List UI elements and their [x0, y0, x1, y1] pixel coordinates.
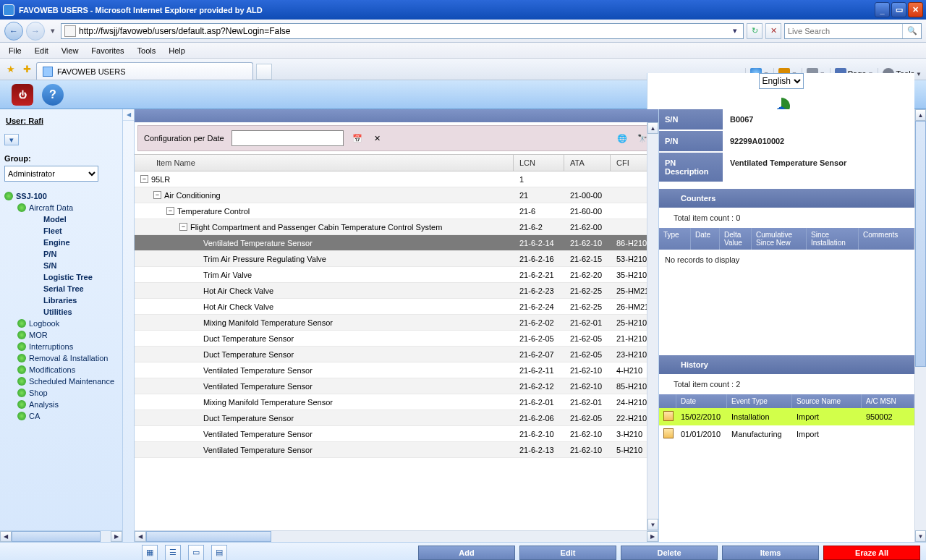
scroll-right-icon[interactable]: ▶: [647, 531, 658, 542]
sidebar-item-ca[interactable]: CA: [17, 410, 118, 422]
col-ata[interactable]: ATA: [564, 155, 611, 171]
config-date-input[interactable]: [232, 130, 344, 146]
table-row[interactable]: Duct Temperature Sensor21-6-2-0721-62-05…: [135, 347, 658, 362]
history-col-source[interactable]: Source Name: [792, 394, 862, 408]
scroll-right-icon[interactable]: ▶: [111, 531, 122, 542]
forward-button[interactable]: →: [26, 22, 45, 41]
sidebar-item-libraries[interactable]: Libraries: [30, 294, 118, 306]
counters-col-date[interactable]: Date: [691, 228, 720, 250]
scroll-down-icon[interactable]: ▼: [915, 530, 926, 542]
view-mode-2[interactable]: ☰: [165, 545, 181, 561]
scroll-left-icon[interactable]: ◀: [135, 531, 146, 542]
sidebar-item-shop[interactable]: Shop: [17, 387, 118, 399]
counters-col-since[interactable]: Since Installation: [807, 228, 859, 250]
counters-col-comments[interactable]: Comments: [859, 228, 914, 250]
scroll-thumb[interactable]: [12, 531, 101, 542]
table-row[interactable]: −Air Conditioning2121-00-00: [135, 187, 658, 203]
table-row[interactable]: Hot Air Check Valve21-6-2-2321-62-2525-H…: [135, 283, 658, 299]
sidebar-collapse-toggle[interactable]: ▾: [4, 134, 19, 145]
history-col-msn[interactable]: A/C MSN: [862, 394, 914, 408]
close-button[interactable]: ✕: [908, 2, 923, 17]
address-bar[interactable]: ▾: [61, 23, 744, 39]
col-lcn[interactable]: LCN: [514, 155, 564, 171]
clear-icon[interactable]: ✕: [371, 132, 384, 145]
counters-col-type[interactable]: Type: [659, 228, 691, 250]
history-row[interactable]: 15/02/2010InstallationImport950002: [659, 408, 914, 425]
table-row[interactable]: Trim Air Valve21-6-2-2121-62-2035-H210: [135, 267, 658, 283]
scroll-up-icon[interactable]: ▲: [647, 122, 658, 134]
add-button[interactable]: Add: [418, 546, 515, 560]
right-vscroll[interactable]: ▲ ▼: [914, 109, 926, 542]
expander-icon[interactable]: −: [153, 191, 161, 199]
delete-button[interactable]: Delete: [621, 546, 718, 560]
history-dropdown[interactable]: ▾: [48, 22, 58, 41]
edit-button[interactable]: Edit: [519, 546, 616, 560]
maximize-button[interactable]: ▭: [891, 2, 906, 17]
expander-icon[interactable]: −: [140, 175, 148, 183]
language-select[interactable]: English: [759, 73, 804, 89]
panel-collapser[interactable]: ◀: [123, 109, 135, 542]
table-row[interactable]: Hot Air Check Valve21-6-2-2421-62-2526-H…: [135, 299, 658, 315]
sidebar-item-modifications[interactable]: Modifications: [17, 364, 118, 376]
new-tab-button[interactable]: [256, 64, 272, 80]
counters-col-delta[interactable]: Delta Value: [720, 228, 752, 250]
url-dropdown[interactable]: ▾: [730, 26, 740, 35]
url-input[interactable]: [79, 25, 727, 38]
table-row[interactable]: Ventilated Temperature Sensor21-6-2-1221…: [135, 378, 658, 394]
sidebar-item-mor[interactable]: MOR: [17, 329, 118, 341]
tools-dropdown[interactable]: ▼: [916, 71, 922, 77]
edit-row-icon[interactable]: [663, 411, 674, 421]
view-mode-4[interactable]: ▤: [211, 545, 227, 561]
table-row[interactable]: Ventilated Temperature Sensor21-6-2-1321…: [135, 442, 658, 458]
table-row[interactable]: Mixing Manifold Temperature Sensor21-6-2…: [135, 394, 658, 410]
sidebar-item-engine[interactable]: Engine: [30, 237, 118, 248]
table-row[interactable]: Duct Temperature Sensor21-6-2-0621-62-05…: [135, 410, 658, 426]
history-col-date[interactable]: Date: [676, 394, 727, 408]
table-row[interactable]: Trim Air Pressure Regulating Valve21-6-2…: [135, 251, 658, 267]
counters-col-cum[interactable]: Cumulative Since New: [752, 228, 807, 250]
table-row[interactable]: −95LR1: [135, 171, 658, 187]
search-box[interactable]: 🔍: [784, 23, 922, 39]
menu-edit[interactable]: Edit: [29, 45, 54, 56]
view-mode-1[interactable]: ▦: [142, 545, 158, 561]
sidebar-item-logistic-tree[interactable]: Logistic Tree: [30, 271, 118, 283]
sidebar-item-fleet[interactable]: Fleet: [30, 225, 118, 237]
edit-row-icon[interactable]: [663, 428, 674, 438]
table-row[interactable]: −Temperature Control21-621-60-00: [135, 203, 658, 219]
menu-help[interactable]: Help: [163, 45, 191, 56]
sidebar-item-logbook[interactable]: Logbook: [17, 318, 118, 329]
sidebar-hscroll[interactable]: ◀ ▶: [0, 530, 122, 542]
group-select[interactable]: Administrator: [4, 166, 98, 182]
table-row[interactable]: −Flight Compartment and Passenger Cabin …: [135, 219, 658, 235]
tree-aircraft-data[interactable]: Aircraft Data: [17, 202, 118, 213]
history-col-event[interactable]: Event Type: [727, 394, 792, 408]
refresh-button[interactable]: ↻: [747, 23, 763, 39]
scroll-thumb[interactable]: [915, 121, 926, 367]
table-row[interactable]: Ventilated Temperature Sensor21-6-2-1021…: [135, 426, 658, 442]
table-row[interactable]: Mixing Manifold Temperature Sensor21-6-2…: [135, 315, 658, 331]
menu-file[interactable]: File: [3, 45, 27, 56]
scroll-down-icon[interactable]: ▼: [647, 519, 658, 530]
eraze-all-button[interactable]: Eraze All: [823, 546, 920, 560]
back-button[interactable]: ←: [4, 22, 23, 41]
sidebar-item-removal-installation[interactable]: Removal & Installation: [17, 352, 118, 364]
table-row[interactable]: Duct Temperature Sensor21-6-2-0521-62-05…: [135, 331, 658, 347]
sidebar-item-analysis[interactable]: Analysis: [17, 399, 118, 410]
menu-favorites[interactable]: Favorites: [85, 45, 129, 56]
add-favorite-icon[interactable]: ✚: [20, 63, 33, 76]
scroll-up-icon[interactable]: ▲: [915, 109, 926, 121]
col-item[interactable]: Item Name: [135, 155, 514, 171]
search-go-button[interactable]: 🔍: [902, 24, 921, 38]
sidebar-item-p-n[interactable]: P/N: [30, 248, 118, 260]
menu-tools[interactable]: Tools: [132, 45, 162, 56]
scroll-thumb[interactable]: [146, 531, 271, 542]
minimize-button[interactable]: _: [875, 2, 890, 17]
history-row[interactable]: 01/01/2010ManufacturingImport: [659, 425, 914, 443]
center-hscroll[interactable]: ◀ ▶: [135, 530, 658, 542]
help-button[interactable]: ?: [42, 84, 64, 106]
app-power-button[interactable]: ⏻: [12, 84, 33, 106]
sidebar-item-scheduled-maintenance[interactable]: Scheduled Maintenance: [17, 376, 118, 387]
sidebar-item-s-n[interactable]: S/N: [30, 260, 118, 271]
items-button[interactable]: Items: [722, 546, 819, 560]
scroll-left-icon[interactable]: ◀: [0, 531, 12, 542]
